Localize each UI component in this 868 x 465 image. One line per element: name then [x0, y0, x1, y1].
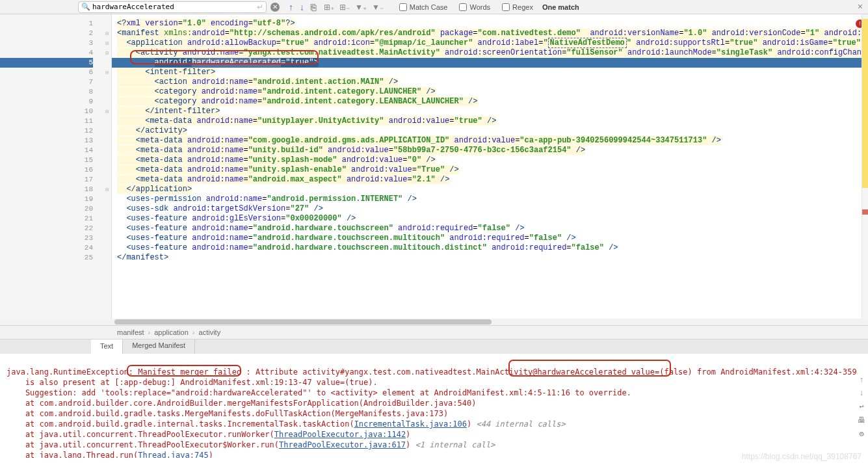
filter-remove-icon[interactable]: ▼₋: [372, 3, 384, 12]
console-line: at com.android.builder.core.AndroidBuild…: [7, 398, 868, 408]
breadcrumb-item[interactable]: manifest: [117, 328, 144, 336]
regex-checkbox[interactable]: Regex: [502, 3, 533, 11]
words-checkbox[interactable]: Words: [459, 3, 490, 11]
console-line: at java.util.concurrent.ThreadPoolExecut…: [7, 429, 868, 440]
highlight-marker: [508, 360, 671, 377]
fold-icon[interactable]: ⊟: [105, 38, 109, 48]
manifest-tabs: Text Merged Manifest: [0, 339, 868, 354]
scroll-marker[interactable]: [861, 14, 868, 319]
remove-selection-icon[interactable]: ⊞₋: [339, 3, 350, 12]
highlight-marker: [130, 50, 319, 64]
match-count: One match: [542, 3, 579, 11]
fold-icon[interactable]: ⊟: [105, 48, 109, 58]
watermark: https://blog.csdn.net/qq_39108767: [742, 452, 861, 461]
soft-wrap-icon[interactable]: ↩: [859, 402, 863, 412]
scrollbar-thumb[interactable]: [114, 319, 492, 325]
editor: 1234 5 6789 10111213 14151617 18192021 2…: [0, 14, 868, 319]
match-case-checkbox[interactable]: Match Case: [399, 3, 448, 11]
scroll-up-icon[interactable]: ↑: [859, 376, 863, 385]
chevron-right-icon: ›: [148, 328, 151, 336]
search-icon: 🔍: [81, 3, 90, 11]
search-box[interactable]: 🔍 ↵: [78, 1, 267, 13]
select-all-button[interactable]: ⎘: [311, 2, 316, 12]
tab-text[interactable]: Text: [91, 339, 123, 354]
fold-icon[interactable]: ⊟: [105, 185, 109, 194]
code-content[interactable]: <?xml version="1.0" encoding="utf-8"?> <…: [112, 14, 868, 319]
scroll-down-icon[interactable]: ↓: [859, 389, 863, 398]
filter-icons: ⊞₊ ⊞₋ ▼₊ ▼₋: [324, 3, 384, 12]
console-line: Suggestion: add 'tools:replace="android:…: [7, 388, 868, 398]
breadcrumb-item[interactable]: activity: [199, 328, 221, 336]
prev-match-button[interactable]: ↑: [289, 2, 293, 12]
console-line: at com.android.build.gradle.internal.tas…: [7, 419, 868, 429]
console-line: is also present at [:app-debug:] Android…: [7, 377, 868, 388]
enter-icon: ↵: [257, 3, 263, 12]
fold-icon[interactable]: ⊟: [105, 68, 109, 77]
search-options: Match Case Words Regex: [399, 3, 533, 11]
search-input[interactable]: [92, 3, 254, 11]
gutter: 1234 5 6789 10111213 14151617 18192021 2…: [0, 14, 112, 319]
horizontal-scrollbar[interactable]: [0, 319, 868, 325]
next-match-button[interactable]: ↓: [300, 2, 304, 12]
error-marker: [862, 209, 868, 215]
console-line: at com.android.build.gradle.tasks.MergeM…: [7, 408, 868, 419]
highlight-marker: [127, 365, 241, 377]
console-line: at java.util.concurrent.ThreadPoolExecut…: [7, 440, 868, 450]
breadcrumb-item[interactable]: application: [154, 328, 189, 336]
settings-icon[interactable]: ⚙: [859, 429, 863, 439]
fold-icon[interactable]: ⊟: [105, 107, 109, 116]
close-find-button[interactable]: ×: [858, 1, 863, 12]
print-icon[interactable]: 🖶: [858, 416, 865, 425]
console-side-tools: ↑ ↓ ↩ 🖶 ⚙: [856, 376, 867, 439]
filter-icon[interactable]: ▼₊: [355, 3, 367, 12]
fold-icon[interactable]: ⊟: [105, 29, 109, 38]
add-selection-icon[interactable]: ⊞₊: [324, 3, 334, 12]
console-output[interactable]: java.lang.RuntimeException: Manifest mer…: [0, 354, 868, 458]
change-marker: [862, 19, 868, 188]
breadcrumb: manifest › application › activity: [0, 325, 868, 339]
console-line: at java.lang.Thread.run(Thread.java:745): [7, 450, 868, 458]
tab-merged-manifest[interactable]: Merged Manifest: [123, 339, 195, 354]
clear-search-button[interactable]: ✕: [270, 3, 280, 12]
chevron-right-icon: ›: [192, 328, 195, 336]
nav-arrows: ↑ ↓ ⎘: [289, 2, 316, 12]
find-toolbar: 🔍 ↵ ✕ ↑ ↓ ⎘ ⊞₊ ⊞₋ ▼₊ ▼₋ Match Case Words…: [0, 0, 868, 14]
